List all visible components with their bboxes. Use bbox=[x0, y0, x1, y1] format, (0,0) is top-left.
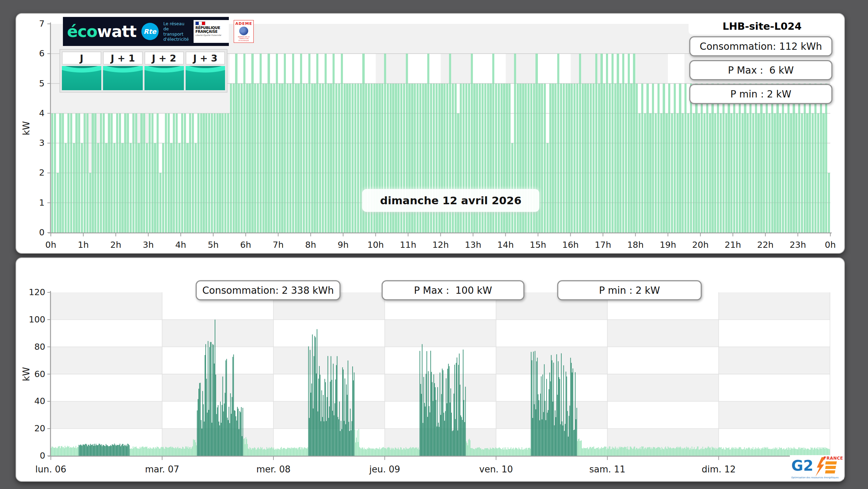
svg-text:mar. 07: mar. 07 bbox=[145, 464, 179, 474]
svg-text:23h: 23h bbox=[790, 240, 806, 250]
weekly-chart-card: 020406080100120lun. 06mar. 07mer. 08jeu.… bbox=[16, 257, 845, 482]
ademe-name: ADEME bbox=[235, 21, 252, 26]
svg-text:lun. 06: lun. 06 bbox=[35, 464, 66, 474]
button-day-j2[interactable]: J + 2 bbox=[144, 51, 184, 90]
ecowatt-logo: écowatt bbox=[67, 23, 137, 39]
svg-text:dim. 12: dim. 12 bbox=[702, 464, 736, 474]
svg-text:8h: 8h bbox=[305, 240, 316, 250]
svg-text:3: 3 bbox=[39, 138, 45, 148]
svg-text:7: 7 bbox=[39, 19, 45, 29]
svg-text:20: 20 bbox=[34, 423, 45, 433]
svg-text:40: 40 bbox=[34, 396, 45, 406]
svg-text:kW: kW bbox=[21, 121, 31, 135]
svg-text:20h: 20h bbox=[692, 240, 709, 250]
svg-text:13h: 13h bbox=[465, 240, 482, 250]
svg-text:0: 0 bbox=[40, 451, 45, 461]
svg-text:jeu. 09: jeu. 09 bbox=[369, 464, 400, 474]
ecowatt-logo-eco: éco bbox=[67, 22, 97, 41]
svg-text:11h: 11h bbox=[400, 240, 417, 250]
site-title: LHB-site-L024 bbox=[689, 18, 836, 35]
svg-text:120: 120 bbox=[29, 287, 45, 297]
date-label: dimanche 12 avril 2026 bbox=[362, 189, 539, 212]
svg-text:0h: 0h bbox=[45, 240, 56, 250]
svg-text:3h: 3h bbox=[143, 240, 154, 250]
g2e-logo-text: G2 bbox=[791, 459, 813, 473]
ademe-subtitle: AGENCE DE LA TRANSITION ÉCOLOGIQUE bbox=[235, 36, 252, 41]
svg-text:21h: 21h bbox=[725, 240, 741, 250]
svg-text:16h: 16h bbox=[562, 240, 579, 250]
rf-line2: FRANÇAISE bbox=[195, 29, 217, 34]
daily-pmin-stat: P min : 2 kW bbox=[689, 84, 832, 104]
svg-text:1h: 1h bbox=[78, 240, 89, 250]
svg-text:80: 80 bbox=[34, 342, 45, 352]
ecowatt-forecast-tile-j2-icon bbox=[144, 66, 184, 90]
svg-text:5h: 5h bbox=[208, 240, 219, 250]
svg-text:0: 0 bbox=[39, 227, 45, 237]
g2e-france-logo: G2 FRANCE Optimisation des ressources én… bbox=[790, 455, 844, 479]
rte-logo-icon: Rte bbox=[141, 23, 159, 40]
button-day-j2-label: J + 2 bbox=[144, 51, 184, 65]
svg-text:60: 60 bbox=[34, 369, 45, 379]
button-day-j3-label: J + 3 bbox=[186, 51, 225, 65]
svg-text:14h: 14h bbox=[497, 240, 514, 250]
ecowatt-logo-watt: watt bbox=[97, 22, 137, 41]
svg-text:9h: 9h bbox=[338, 240, 349, 250]
weekly-consumption-stat: Consommation: 2 338 kWh bbox=[196, 280, 340, 300]
ecowatt-forecast-tile-j-icon bbox=[62, 66, 101, 90]
button-day-j[interactable]: J bbox=[62, 51, 101, 90]
button-day-j3[interactable]: J + 3 bbox=[186, 51, 225, 90]
forecast-day-buttons: J J + 1 J + 2 J + 3 bbox=[59, 49, 227, 93]
svg-text:ven. 10: ven. 10 bbox=[479, 464, 513, 474]
ecowatt-forecast-tile-j3-icon bbox=[186, 66, 225, 90]
g2e-tagline: Optimisation des ressources énergétiques bbox=[791, 476, 839, 479]
ademe-logo: ADEME AGENCE DE LA TRANSITION ÉCOLOGIQUE bbox=[234, 20, 254, 43]
svg-text:100: 100 bbox=[29, 314, 45, 325]
svg-text:4h: 4h bbox=[175, 240, 186, 250]
svg-text:15h: 15h bbox=[530, 240, 547, 250]
dashboard: 012345670h1h2h3h4h5h6h7h8h9h10h11h12h13h… bbox=[0, 0, 868, 489]
svg-text:12h: 12h bbox=[432, 240, 449, 250]
daily-chart-card: 012345670h1h2h3h4h5h6h7h8h9h10h11h12h13h… bbox=[16, 13, 845, 254]
svg-text:1: 1 bbox=[39, 198, 45, 208]
daily-consumption-stat: Consommation: 112 kWh bbox=[689, 36, 832, 56]
svg-text:17h: 17h bbox=[595, 240, 611, 250]
button-day-j1-label: J + 1 bbox=[103, 51, 142, 65]
french-flag-icon bbox=[195, 21, 205, 25]
svg-text:10h: 10h bbox=[367, 240, 384, 250]
button-day-j-label: J bbox=[62, 51, 101, 65]
svg-text:sam. 11: sam. 11 bbox=[589, 464, 625, 474]
rf-motto: Liberté Égalité Fraternité bbox=[195, 34, 227, 37]
svg-text:mer. 08: mer. 08 bbox=[256, 464, 290, 474]
weekly-pmax-stat: P Max : 100 kW bbox=[382, 280, 524, 300]
svg-text:22h: 22h bbox=[757, 240, 774, 250]
button-day-j1[interactable]: J + 1 bbox=[103, 51, 142, 90]
svg-text:6h: 6h bbox=[240, 240, 251, 250]
svg-text:7h: 7h bbox=[273, 240, 284, 250]
svg-text:18h: 18h bbox=[627, 240, 644, 250]
g2e-france-label: FRANCE bbox=[823, 456, 843, 461]
republique-francaise-logo: RÉPUBLIQUEFRANÇAISE Liberté Égalité Frat… bbox=[194, 20, 229, 43]
svg-text:kW: kW bbox=[21, 367, 31, 381]
ademe-globe-icon bbox=[239, 27, 248, 35]
svg-text:0h: 0h bbox=[825, 240, 836, 250]
svg-text:2: 2 bbox=[39, 168, 45, 178]
svg-text:2h: 2h bbox=[110, 240, 121, 250]
ecowatt-forecast-tile-j1-icon bbox=[103, 66, 142, 90]
daily-pmax-stat: P Max : 6 kW bbox=[689, 60, 832, 80]
svg-text:19h: 19h bbox=[660, 240, 676, 250]
svg-text:5: 5 bbox=[39, 78, 45, 88]
svg-text:4: 4 bbox=[39, 108, 45, 118]
ecowatt-logo-banner: écowatt Rte Le réseau de transport d'éle… bbox=[63, 17, 229, 46]
weekly-pmin-stat: P min : 2 kW bbox=[557, 280, 702, 300]
svg-text:6: 6 bbox=[39, 48, 45, 58]
rte-tagline: Le réseau de transport d'électricité bbox=[164, 21, 189, 42]
